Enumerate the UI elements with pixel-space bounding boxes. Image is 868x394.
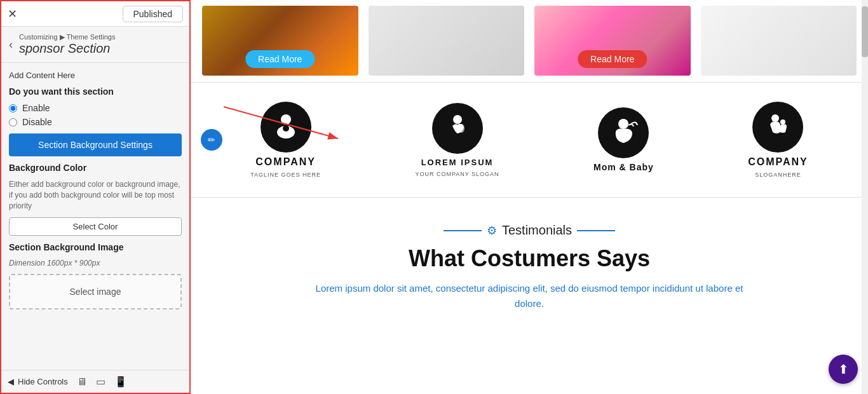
testimonials-subheading: Testimonials	[502, 223, 572, 238]
bottom-bar: ◀ Hide Controls 🖥 ▭ 📱	[1, 370, 189, 393]
heading-line-right	[577, 230, 615, 231]
hide-controls-button[interactable]: ◀ Hide Controls	[8, 377, 68, 386]
sponsor-tagline-2: YOUR COMPANY SLOGAN	[415, 171, 499, 177]
card-item-4	[701, 6, 857, 76]
heading-line-left	[444, 230, 482, 231]
scrollbar-thumb[interactable]	[862, 6, 868, 57]
bg-image-heading: Section Background Image	[9, 242, 182, 252]
upload-fab-button[interactable]: ⬆	[829, 355, 858, 384]
sponsor-tagline-1: TAGLINE GOES HERE	[250, 172, 321, 178]
svg-point-13	[780, 119, 785, 125]
svg-point-12	[771, 114, 779, 122]
radio-group: Enable Disable	[9, 103, 182, 127]
testimonials-main-title: What Costumers Says	[203, 245, 855, 272]
select-image-area[interactable]: Select image	[9, 274, 182, 309]
mombaby-logo	[598, 107, 649, 158]
sponsor-name-4: COMPANY	[748, 156, 808, 168]
svg-point-8	[458, 124, 465, 133]
sponsor-logo-4: COMPANY SLOGANHERE	[748, 102, 808, 178]
left-panel: ✕ Published ‹ Customizing ▶ Theme Settin…	[0, 0, 191, 394]
card-item-2	[369, 6, 525, 76]
mobile-icon[interactable]: 📱	[114, 376, 127, 388]
read-more-button-1[interactable]: Read More	[245, 50, 315, 68]
enable-radio[interactable]	[9, 104, 17, 112]
sponsor-logo-2: LOREM IPSUM YOUR COMPANY SLOGAN	[415, 103, 499, 177]
pencil-icon: ✏	[208, 135, 215, 145]
sponsor-logo-1: COMPANY TAGLINE GOES HERE	[250, 102, 321, 178]
testimonials-subtitle: Lorem ipsum dolor sit amet, consectetur …	[307, 281, 752, 311]
card-item-3: Read More	[534, 6, 691, 76]
panel-content: Add Content Here Do you want this sectio…	[1, 63, 189, 317]
sponsor-name-2: LOREM IPSUM	[421, 158, 494, 167]
bg-image-dim: Dimension 1600px * 900px	[9, 259, 182, 268]
hide-controls-label: Hide Controls	[18, 377, 68, 386]
svg-point-3	[281, 114, 291, 125]
top-bar: ✕ Published	[1, 1, 189, 27]
sponsor-logo-3: Mom & Baby	[593, 107, 654, 172]
read-more-button-2[interactable]: Read More	[578, 50, 647, 68]
sponsor-section: ✏ COMPANY TAGLINE GOES HERE	[191, 83, 868, 198]
company-logo-1	[261, 102, 311, 153]
desktop-icon[interactable]: 🖥	[77, 376, 87, 388]
svg-point-10	[618, 119, 628, 129]
disable-radio[interactable]	[9, 118, 17, 126]
sponsor-name-3: Mom & Baby	[593, 162, 654, 172]
published-button[interactable]: Published	[123, 6, 184, 22]
testimonials-heading-row: ⚙ Testimonials	[203, 223, 855, 238]
close-button[interactable]: ✕	[8, 7, 17, 21]
svg-point-5	[283, 125, 289, 132]
main-content: Read More Read More ✏	[191, 0, 868, 394]
breadcrumb-area: Customizing ▶ Theme Settings sponsor Sec…	[19, 33, 115, 56]
panel-header: ‹ Customizing ▶ Theme Settings sponsor S…	[1, 27, 189, 63]
bg-settings-button[interactable]: Section Background Settings	[9, 133, 182, 156]
disable-radio-item[interactable]: Disable	[9, 117, 182, 127]
disable-label: Disable	[22, 117, 52, 127]
top-cards: Read More Read More	[191, 0, 868, 83]
svg-point-7	[453, 115, 462, 124]
sponsor-name-1: COMPANY	[255, 156, 316, 168]
lorem-logo	[432, 103, 483, 154]
section-question: Do you want this section	[9, 86, 182, 97]
edit-pencil-button[interactable]: ✏	[201, 129, 222, 151]
testimonials-section: ⚙ Testimonials What Costumers Says Lorem…	[191, 198, 868, 324]
sponsor-tagline-4: SLOGANHERE	[755, 172, 801, 178]
right-scrollbar[interactable]	[862, 0, 868, 394]
bg-color-heading: Background Color	[9, 163, 182, 173]
section-title: sponsor Section	[19, 41, 115, 56]
testimonials-icon: ⚙	[487, 224, 497, 238]
bg-color-desc: Either add background color or backgroun…	[9, 179, 182, 211]
company2-logo	[752, 102, 803, 153]
select-color-button[interactable]: Select Color	[9, 217, 182, 236]
tablet-icon[interactable]: ▭	[96, 376, 105, 388]
add-content-label: Add Content Here	[9, 71, 182, 80]
back-button[interactable]: ‹	[9, 38, 13, 51]
enable-radio-item[interactable]: Enable	[9, 103, 182, 113]
enable-label: Enable	[22, 103, 50, 113]
left-arrow-icon: ◀	[8, 377, 14, 386]
card-item-1: Read More	[202, 6, 358, 76]
breadcrumb: Customizing ▶ Theme Settings	[19, 33, 115, 41]
